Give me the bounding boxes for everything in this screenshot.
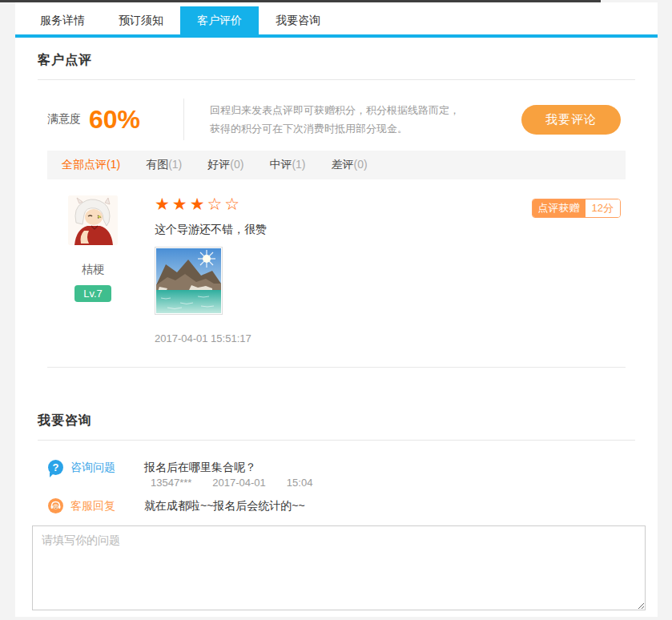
- ask-date: 2017-04-01: [212, 477, 266, 489]
- filter-all-reviews[interactable]: 全部点评(1): [62, 158, 120, 172]
- headset-icon: [48, 498, 63, 513]
- filter-count: (1): [168, 158, 182, 171]
- question-input-wrap: [32, 525, 646, 614]
- user-level-badge: Lv.7: [74, 285, 111, 302]
- promo-text: 回程归来发表点评即可获赠积分，积分根据线路而定， 获得的积分可在下次消费时抵用部…: [184, 101, 502, 138]
- satisfaction-label: 满意度: [47, 112, 81, 127]
- tab-bar: 服务详情 预订须知 客户评价 我要咨询: [15, 2, 658, 38]
- filter-count: (1): [107, 158, 120, 171]
- star-icon: ★: [155, 195, 172, 213]
- filter-neutral[interactable]: 中评(1): [269, 158, 305, 172]
- filter-with-photos[interactable]: 有图(1): [146, 158, 182, 172]
- question-row: 咨询问题 报名后在哪里集合呢？: [38, 460, 635, 475]
- ask-time: 15:04: [287, 477, 313, 489]
- filter-label: 差评: [332, 158, 354, 171]
- star-icon: ★: [172, 195, 190, 213]
- consult-section: 我要咨询 咨询问题 报名后在哪里集合呢？ 13547*** 2017-04-01…: [15, 413, 658, 513]
- reply-text: 就在成都啦~~报名后会统计的~~: [144, 499, 305, 513]
- filter-count: (0): [230, 158, 243, 171]
- filter-label: 中评: [269, 158, 292, 171]
- reward-value: 12分: [585, 199, 620, 217]
- filter-label: 好评: [207, 158, 230, 171]
- tab-consult[interactable]: 我要咨询: [259, 6, 337, 34]
- review-reward-badge: 点评获赠 12分: [532, 199, 621, 218]
- question-input[interactable]: [32, 525, 646, 610]
- reviewer-name: 桔梗: [46, 263, 140, 277]
- reply-row: 客服回复 就在成都啦~~报名后会统计的~~: [38, 498, 635, 513]
- review-item: 桔梗 Lv.7 ★★★☆☆ 这个导游还不错，很赞: [38, 195, 635, 344]
- star-icon: ★: [190, 195, 207, 213]
- promo-line-1: 回程归来发表点评即可获赠积分，积分根据线路而定，: [210, 101, 489, 119]
- promo-line-2: 获得的积分可在下次消费时抵用部分现金。: [210, 119, 489, 138]
- tab-underline: [15, 34, 658, 38]
- content-card: 服务详情 预订须知 客户评价 我要咨询 客户点评 满意度 60% 回程归来发表点…: [15, 2, 658, 617]
- question-bubble-icon: [48, 460, 63, 475]
- star-icon: ☆: [224, 195, 242, 213]
- review-section: 客户点评 满意度 60% 回程归来发表点评即可获赠积分，积分根据线路而定， 获得…: [15, 52, 658, 368]
- asker-id: 13547***: [151, 477, 191, 489]
- tab-service-details[interactable]: 服务详情: [23, 6, 102, 34]
- review-filter-bar: 全部点评(1) 有图(1) 好评(0) 中评(1) 差评(0): [47, 151, 626, 179]
- satisfaction-row: 满意度 60% 回程归来发表点评即可获赠积分，积分根据线路而定， 获得的积分可在…: [38, 93, 635, 146]
- review-text: 这个导游还不错，很赞: [155, 223, 635, 237]
- filter-positive[interactable]: 好评(0): [207, 158, 243, 172]
- filter-negative[interactable]: 差评(0): [332, 158, 368, 172]
- avatar: [68, 195, 118, 245]
- filter-count: (1): [292, 158, 305, 171]
- review-section-title: 客户点评: [38, 52, 635, 69]
- reward-label: 点评获赠: [533, 199, 585, 217]
- section-divider: [38, 440, 635, 441]
- star-icon: ☆: [207, 195, 224, 213]
- review-timestamp: 2017-04-01 15:51:17: [155, 332, 635, 344]
- question-label: 咨询问题: [70, 461, 135, 475]
- question-meta: 13547*** 2017-04-01 15:04: [38, 477, 635, 489]
- filter-count: (0): [354, 158, 368, 171]
- avatar-illustration: [68, 195, 118, 245]
- review-bottom-divider: [47, 367, 626, 368]
- tab-customer-reviews[interactable]: 客户评价: [180, 6, 259, 34]
- tab-booking-notice[interactable]: 预订须知: [102, 6, 180, 34]
- reply-label: 客服回复: [70, 499, 135, 513]
- consult-section-title: 我要咨询: [38, 413, 635, 429]
- satisfaction-value: 60%: [89, 105, 140, 135]
- write-comment-button[interactable]: 我要评论: [521, 105, 621, 135]
- filter-label: 有图: [146, 158, 168, 171]
- review-photo-thumbnail[interactable]: [155, 247, 223, 315]
- filter-label: 全部点评: [62, 158, 107, 171]
- lake-photo: [156, 248, 221, 313]
- question-text: 报名后在哪里集合呢？: [144, 461, 256, 475]
- section-divider: [38, 79, 635, 80]
